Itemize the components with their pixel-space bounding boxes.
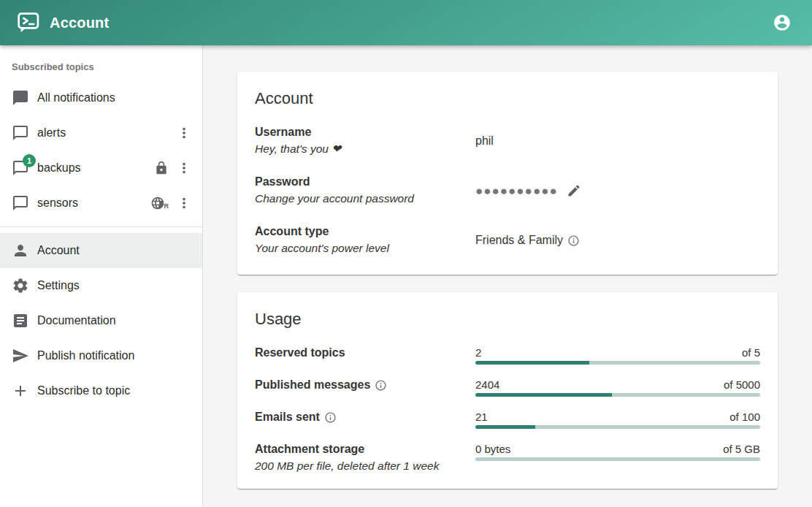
nav-label: Settings [37, 279, 195, 292]
published-messages-meter: Published messages 2404 of 5000 [255, 377, 760, 397]
topic-label: backups [37, 161, 154, 175]
sidebar-item-publish-notification[interactable]: Publish notification [0, 338, 202, 373]
app-window: Account Subscribed topics All notificati… [0, 0, 812, 507]
sidebar-item-documentation[interactable]: Documentation [0, 303, 202, 338]
sidebar: Subscribed topics All notifications aler… [0, 45, 203, 507]
pencil-icon [567, 183, 581, 198]
meter-label: Reserved topics [255, 345, 345, 361]
reserved-marker-label: R [164, 202, 169, 210]
more-vert-icon [176, 195, 192, 211]
sidebar-item-account[interactable]: Account [0, 233, 202, 268]
progress-bar [475, 425, 760, 429]
progress-bar [475, 393, 760, 397]
username-sublabel: Hey, that's you ❤ [255, 140, 475, 158]
meter-value: 2 [475, 345, 481, 361]
sidebar-item-all-notifications[interactable]: All notifications [0, 80, 202, 115]
page-title: Account [50, 15, 109, 31]
progress-fill [475, 393, 612, 397]
account-menu-button[interactable] [767, 7, 797, 38]
chat-bubble-outline-icon [12, 194, 29, 212]
chat-bubble-outline-icon [12, 124, 29, 142]
attachment-storage-meter: Attachment storage 200 MB per file, dele… [255, 441, 760, 475]
account-type-value: Friends & Family [475, 234, 563, 247]
progress-fill [475, 361, 589, 365]
ntfy-logo-icon [18, 12, 39, 33]
app-header: Account [0, 0, 812, 45]
meter-label: Published messages [255, 377, 370, 393]
meter-limit: of 5 GB [723, 441, 760, 457]
password-sublabel: Change your account password [255, 190, 475, 207]
gear-icon [12, 277, 29, 294]
topic-label: All notifications [37, 91, 195, 104]
nav-label: Documentation [37, 314, 195, 327]
info-icon[interactable] [324, 411, 337, 424]
nav-list: Account Settings Documentation [0, 233, 202, 408]
sidebar-item-alerts[interactable]: alerts [0, 115, 202, 150]
lock-icon [154, 161, 169, 175]
meter-limit: of 5000 [724, 377, 760, 393]
meter-limit: of 5 [742, 345, 760, 361]
username-row: Username Hey, that's you ❤ phil [255, 124, 760, 158]
topic-menu-button[interactable] [173, 192, 195, 214]
account-card: Account Username Hey, that's you ❤ phil … [237, 72, 778, 275]
account-type-row: Account type Your account's power level … [255, 224, 760, 257]
progress-fill [475, 425, 535, 429]
chat-bubble-outline-icon: 1 [12, 159, 29, 177]
sidebar-item-sensors[interactable]: sensors R [0, 186, 202, 221]
reserved-topic-globe-icon: R [150, 196, 169, 210]
meter-value: 21 [475, 409, 488, 425]
meter-label: Attachment storage [255, 441, 364, 457]
topic-label: alerts [37, 126, 173, 140]
meter-label: Emails sent [255, 409, 320, 425]
sidebar-item-backups[interactable]: 1 backups [0, 150, 202, 186]
account-type-label: Account type [255, 224, 475, 240]
account-circle-icon [773, 13, 792, 32]
topic-menu-button[interactable] [173, 122, 195, 144]
account-type-sublabel: Your account's power level [255, 240, 475, 257]
meter-value: 0 bytes [475, 441, 510, 457]
emails-sent-meter: Emails sent 21 of 100 [255, 409, 760, 429]
person-icon [12, 242, 29, 259]
account-card-title: Account [255, 89, 760, 108]
plus-icon [12, 382, 29, 400]
password-masked-value: ●●●●●●●●●● [475, 185, 558, 197]
usage-card-title: Usage [255, 310, 760, 329]
nav-label: Publish notification [37, 349, 195, 362]
usage-card: Usage Reserved topics 2 of 5 [237, 292, 778, 489]
subscribed-topics-heading: Subscribed topics [0, 45, 202, 80]
username-label: Username [255, 124, 475, 140]
sidebar-item-settings[interactable]: Settings [0, 268, 202, 303]
info-icon[interactable] [375, 379, 387, 392]
topic-list: All notifications alerts [0, 80, 202, 221]
progress-bar [475, 361, 760, 365]
main-content: Account Username Hey, that's you ❤ phil … [203, 45, 812, 507]
topic-menu-button[interactable] [173, 157, 195, 179]
unread-count-badge: 1 [23, 154, 36, 167]
reserved-topics-meter: Reserved topics 2 of 5 [255, 345, 760, 365]
info-icon[interactable] [567, 235, 580, 247]
nav-label: Subscribe to topic [37, 384, 195, 397]
send-icon [12, 347, 29, 365]
username-value: phil [475, 134, 494, 148]
progress-bar [475, 457, 760, 461]
topic-label: sensors [37, 197, 150, 210]
more-vert-icon [176, 160, 192, 176]
sidebar-item-subscribe-to-topic[interactable]: Subscribe to topic [0, 373, 202, 408]
meter-limit: of 100 [729, 409, 760, 425]
password-row: Password Change your account password ●●… [255, 174, 760, 207]
meter-sublabel: 200 MB per file, deleted after 1 week [255, 457, 475, 475]
meter-value: 2404 [475, 377, 499, 393]
change-password-button[interactable] [565, 182, 583, 199]
article-icon [12, 312, 29, 329]
password-label: Password [255, 174, 475, 190]
chat-bubble-filled-icon [12, 89, 29, 107]
nav-label: Account [37, 244, 195, 257]
more-vert-icon [176, 125, 192, 141]
sidebar-divider [0, 226, 202, 227]
